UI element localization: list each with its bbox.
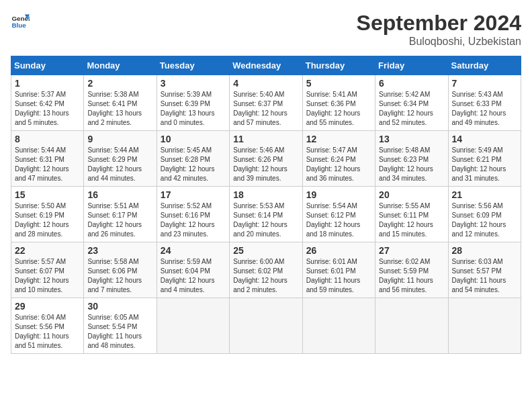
day-info: Sunrise: 5:51 AM Sunset: 6:17 PM Dayligh… xyxy=(87,201,152,239)
day-number: 17 xyxy=(161,189,226,200)
day-info: Sunrise: 6:01 AM Sunset: 6:01 PM Dayligh… xyxy=(306,257,371,295)
logo: General Blue xyxy=(11,11,30,30)
day-info: Sunrise: 5:43 AM Sunset: 6:33 PM Dayligh… xyxy=(452,90,517,128)
calendar-cell: 16 Sunrise: 5:51 AM Sunset: 6:17 PM Dayl… xyxy=(84,187,157,242)
calendar-cell: 1 Sunrise: 5:37 AM Sunset: 6:42 PM Dayli… xyxy=(11,75,84,131)
calendar-cell: 3 Sunrise: 5:39 AM Sunset: 6:39 PM Dayli… xyxy=(157,75,229,131)
day-info: Sunrise: 5:44 AM Sunset: 6:29 PM Dayligh… xyxy=(87,146,152,183)
day-number: 5 xyxy=(306,78,371,89)
day-number: 9 xyxy=(87,134,152,144)
calendar-cell: 30 Sunrise: 6:05 AM Sunset: 5:54 PM Dayl… xyxy=(84,298,157,354)
calendar-cell: 19 Sunrise: 5:54 AM Sunset: 6:12 PM Dayl… xyxy=(302,187,375,242)
day-info: Sunrise: 5:57 AM Sunset: 6:07 PM Dayligh… xyxy=(15,257,80,295)
location: Buloqboshi, Uzbekistan xyxy=(357,36,521,48)
day-number: 4 xyxy=(233,78,298,89)
day-number: 13 xyxy=(379,134,444,144)
day-number: 8 xyxy=(15,134,80,144)
calendar-cell: 6 Sunrise: 5:42 AM Sunset: 6:34 PM Dayli… xyxy=(375,75,448,131)
month-title: September 2024 xyxy=(357,11,521,36)
day-number: 29 xyxy=(15,301,80,312)
day-info: Sunrise: 5:44 AM Sunset: 6:31 PM Dayligh… xyxy=(15,146,80,183)
day-info: Sunrise: 5:50 AM Sunset: 6:19 PM Dayligh… xyxy=(15,201,80,239)
calendar-cell xyxy=(302,298,375,354)
calendar-cell: 22 Sunrise: 5:57 AM Sunset: 6:07 PM Dayl… xyxy=(11,242,84,298)
day-number: 7 xyxy=(452,78,517,89)
day-info: Sunrise: 5:58 AM Sunset: 6:06 PM Dayligh… xyxy=(87,257,152,295)
day-info: Sunrise: 6:03 AM Sunset: 5:57 PM Dayligh… xyxy=(452,257,517,295)
page-header: General Blue September 2024 Buloqboshi, … xyxy=(11,11,521,48)
day-info: Sunrise: 5:55 AM Sunset: 6:11 PM Dayligh… xyxy=(379,201,444,239)
day-info: Sunrise: 5:53 AM Sunset: 6:14 PM Dayligh… xyxy=(233,201,298,239)
day-number: 27 xyxy=(379,245,444,256)
calendar-cell: 9 Sunrise: 5:44 AM Sunset: 6:29 PM Dayli… xyxy=(84,131,157,187)
calendar-cell: 23 Sunrise: 5:58 AM Sunset: 6:06 PM Dayl… xyxy=(84,242,157,298)
day-info: Sunrise: 6:05 AM Sunset: 5:54 PM Dayligh… xyxy=(87,313,152,351)
day-info: Sunrise: 5:54 AM Sunset: 6:12 PM Dayligh… xyxy=(306,201,371,239)
day-number: 6 xyxy=(379,78,444,89)
day-info: Sunrise: 5:37 AM Sunset: 6:42 PM Dayligh… xyxy=(15,90,80,128)
day-info: Sunrise: 5:41 AM Sunset: 6:36 PM Dayligh… xyxy=(306,90,371,128)
calendar-cell: 2 Sunrise: 5:38 AM Sunset: 6:41 PM Dayli… xyxy=(84,75,157,131)
calendar-cell: 25 Sunrise: 6:00 AM Sunset: 6:02 PM Dayl… xyxy=(230,242,302,298)
calendar-cell: 24 Sunrise: 5:59 AM Sunset: 6:04 PM Dayl… xyxy=(157,242,229,298)
svg-text:Blue: Blue xyxy=(11,21,26,29)
calendar-cell: 7 Sunrise: 5:43 AM Sunset: 6:33 PM Dayli… xyxy=(448,75,521,131)
day-info: Sunrise: 5:52 AM Sunset: 6:16 PM Dayligh… xyxy=(161,201,226,239)
calendar-table: Sunday Monday Tuesday Wednesday Thursday… xyxy=(11,56,521,354)
day-number: 16 xyxy=(87,189,152,200)
day-info: Sunrise: 5:49 AM Sunset: 6:21 PM Dayligh… xyxy=(452,146,517,183)
day-number: 20 xyxy=(379,189,444,200)
calendar-cell: 28 Sunrise: 6:03 AM Sunset: 5:57 PM Dayl… xyxy=(448,242,521,298)
day-number: 3 xyxy=(161,78,226,89)
day-number: 11 xyxy=(233,134,298,144)
calendar-row: 15 Sunrise: 5:50 AM Sunset: 6:19 PM Dayl… xyxy=(11,187,521,242)
day-info: Sunrise: 5:59 AM Sunset: 6:04 PM Dayligh… xyxy=(161,257,226,295)
day-info: Sunrise: 5:40 AM Sunset: 6:37 PM Dayligh… xyxy=(233,90,298,128)
calendar-row: 22 Sunrise: 5:57 AM Sunset: 6:07 PM Dayl… xyxy=(11,242,521,298)
day-info: Sunrise: 6:04 AM Sunset: 5:56 PM Dayligh… xyxy=(15,313,80,351)
col-monday: Monday xyxy=(84,56,157,75)
calendar-cell: 21 Sunrise: 5:56 AM Sunset: 6:09 PM Dayl… xyxy=(448,187,521,242)
day-info: Sunrise: 5:46 AM Sunset: 6:26 PM Dayligh… xyxy=(233,146,298,183)
col-thursday: Thursday xyxy=(302,56,375,75)
day-number: 10 xyxy=(161,134,226,144)
calendar-cell xyxy=(157,298,229,354)
day-number: 24 xyxy=(161,245,226,256)
col-sunday: Sunday xyxy=(11,56,84,75)
day-info: Sunrise: 5:48 AM Sunset: 6:23 PM Dayligh… xyxy=(379,146,444,183)
calendar-cell: 5 Sunrise: 5:41 AM Sunset: 6:36 PM Dayli… xyxy=(302,75,375,131)
calendar-cell: 15 Sunrise: 5:50 AM Sunset: 6:19 PM Dayl… xyxy=(11,187,84,242)
calendar-cell: 8 Sunrise: 5:44 AM Sunset: 6:31 PM Dayli… xyxy=(11,131,84,187)
calendar-cell: 4 Sunrise: 5:40 AM Sunset: 6:37 PM Dayli… xyxy=(230,75,302,131)
calendar-cell: 11 Sunrise: 5:46 AM Sunset: 6:26 PM Dayl… xyxy=(230,131,302,187)
calendar-cell: 18 Sunrise: 5:53 AM Sunset: 6:14 PM Dayl… xyxy=(230,187,302,242)
calendar-cell: 27 Sunrise: 6:02 AM Sunset: 5:59 PM Dayl… xyxy=(375,242,448,298)
calendar-cell: 20 Sunrise: 5:55 AM Sunset: 6:11 PM Dayl… xyxy=(375,187,448,242)
day-info: Sunrise: 5:39 AM Sunset: 6:39 PM Dayligh… xyxy=(161,90,226,128)
calendar-cell: 12 Sunrise: 5:47 AM Sunset: 6:24 PM Dayl… xyxy=(302,131,375,187)
day-number: 12 xyxy=(306,134,371,144)
day-info: Sunrise: 5:56 AM Sunset: 6:09 PM Dayligh… xyxy=(452,201,517,239)
calendar-cell: 10 Sunrise: 5:45 AM Sunset: 6:28 PM Dayl… xyxy=(157,131,229,187)
day-number: 19 xyxy=(306,189,371,200)
col-tuesday: Tuesday xyxy=(157,56,229,75)
day-info: Sunrise: 5:45 AM Sunset: 6:28 PM Dayligh… xyxy=(161,146,226,183)
day-number: 18 xyxy=(233,189,298,200)
day-info: Sunrise: 6:00 AM Sunset: 6:02 PM Dayligh… xyxy=(233,257,298,295)
calendar-cell xyxy=(448,298,521,354)
day-number: 21 xyxy=(452,189,517,200)
day-number: 25 xyxy=(233,245,298,256)
day-number: 22 xyxy=(15,245,80,256)
day-number: 30 xyxy=(87,301,152,312)
day-number: 2 xyxy=(87,78,152,89)
calendar-cell xyxy=(375,298,448,354)
calendar-cell: 29 Sunrise: 6:04 AM Sunset: 5:56 PM Dayl… xyxy=(11,298,84,354)
title-block: September 2024 Buloqboshi, Uzbekistan xyxy=(357,11,521,48)
header-row: Sunday Monday Tuesday Wednesday Thursday… xyxy=(11,56,521,75)
col-wednesday: Wednesday xyxy=(230,56,302,75)
day-number: 23 xyxy=(87,245,152,256)
calendar-cell: 17 Sunrise: 5:52 AM Sunset: 6:16 PM Dayl… xyxy=(157,187,229,242)
col-saturday: Saturday xyxy=(448,56,521,75)
calendar-cell: 14 Sunrise: 5:49 AM Sunset: 6:21 PM Dayl… xyxy=(448,131,521,187)
day-info: Sunrise: 5:47 AM Sunset: 6:24 PM Dayligh… xyxy=(306,146,371,183)
